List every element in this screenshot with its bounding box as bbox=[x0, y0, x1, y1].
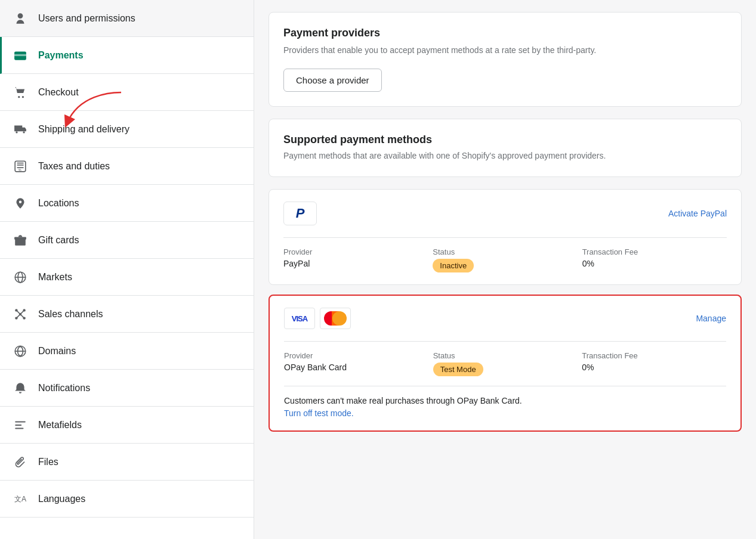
paypal-logo: P bbox=[283, 202, 317, 225]
paypal-status-label: Status bbox=[433, 247, 577, 256]
supported-methods-title: Supported payment methods bbox=[283, 134, 727, 146]
globe2-icon bbox=[12, 343, 29, 360]
sidebar-item-languages[interactable]: 文A Languages bbox=[0, 481, 254, 518]
sidebar-item-payments[interactable]: Payments bbox=[0, 37, 254, 74]
sidebar-label-notifications: Notifications bbox=[38, 383, 90, 394]
nodes-icon bbox=[12, 306, 29, 323]
sidebar-item-taxes[interactable]: % Taxes and duties bbox=[0, 148, 254, 185]
translate-icon: 文A bbox=[12, 491, 29, 507]
sidebar-item-users-permissions[interactable]: Users and permissions bbox=[0, 0, 254, 37]
sidebar: Users and permissions Payments Checkout … bbox=[0, 0, 254, 539]
paypal-fee-value: 0% bbox=[582, 259, 727, 268]
svg-line-24 bbox=[20, 314, 24, 318]
sidebar-item-sales-channels[interactable]: Sales channels bbox=[0, 296, 254, 333]
svg-rect-11 bbox=[15, 238, 26, 245]
paypal-card-header: P Activate PayPal bbox=[283, 202, 727, 225]
opay-card: VISA Manage Provider OPay Bank Card Stat… bbox=[269, 295, 742, 432]
sidebar-label-taxes: Taxes and duties bbox=[38, 161, 110, 172]
manage-opay-link[interactable]: Manage bbox=[696, 314, 726, 323]
truck-icon bbox=[12, 121, 29, 138]
svg-line-21 bbox=[16, 310, 20, 314]
svg-line-22 bbox=[20, 310, 24, 314]
bell-icon bbox=[12, 380, 29, 396]
opay-provider-label: Provider bbox=[284, 351, 428, 360]
svg-rect-28 bbox=[15, 424, 21, 425]
opay-warning-section: Customers can't make real purchases thro… bbox=[284, 386, 726, 419]
svg-text:文A: 文A bbox=[14, 495, 27, 503]
paypal-fee-label: Transaction Fee bbox=[582, 247, 727, 256]
tax-icon: % bbox=[12, 158, 29, 175]
opay-status-badge: Test Mode bbox=[433, 363, 578, 376]
sidebar-item-domains[interactable]: Domains bbox=[0, 333, 254, 370]
sidebar-item-checkout[interactable]: Checkout bbox=[0, 74, 254, 111]
mc-orange-circle bbox=[332, 311, 347, 326]
opay-fee-label: Transaction Fee bbox=[582, 351, 726, 360]
sidebar-label-payments: Payments bbox=[38, 50, 84, 61]
svg-point-4 bbox=[16, 131, 17, 133]
paypal-inactive-badge: Inactive bbox=[433, 259, 474, 272]
sidebar-item-gift-cards[interactable]: Gift cards bbox=[0, 222, 254, 259]
sidebar-label-users-permissions: Users and permissions bbox=[38, 13, 135, 24]
svg-rect-12 bbox=[14, 237, 26, 239]
svg-rect-1 bbox=[14, 54, 26, 55]
payment-providers-desc: Providers that enable you to accept paym… bbox=[283, 44, 727, 57]
metafields-icon bbox=[12, 417, 29, 433]
opay-details: Provider OPay Bank Card Status Test Mode… bbox=[284, 341, 726, 376]
turn-off-test-mode-link[interactable]: Turn off test mode. bbox=[284, 408, 354, 418]
sidebar-label-sales-channels: Sales channels bbox=[38, 309, 103, 320]
svg-point-2 bbox=[18, 96, 20, 98]
sidebar-label-shipping: Shipping and delivery bbox=[38, 124, 129, 135]
sidebar-item-files[interactable]: Files bbox=[0, 444, 254, 481]
opay-provider-col: Provider OPay Bank Card bbox=[284, 351, 428, 376]
opay-warning-text: Customers can't make real purchases thro… bbox=[284, 396, 726, 405]
cart-icon bbox=[12, 84, 29, 101]
svg-line-23 bbox=[16, 314, 20, 318]
globe-icon bbox=[12, 269, 29, 286]
opay-status-label: Status bbox=[433, 351, 578, 360]
sidebar-label-domains: Domains bbox=[38, 346, 76, 357]
paypal-provider-col: Provider PayPal bbox=[283, 247, 428, 272]
paypal-logos: P bbox=[283, 202, 317, 225]
paypal-status-badge: Inactive bbox=[433, 259, 577, 272]
opay-status-col: Status Test Mode bbox=[433, 351, 578, 376]
svg-text:%: % bbox=[18, 168, 21, 171]
svg-point-3 bbox=[22, 96, 24, 98]
sidebar-item-metafields[interactable]: Metafields bbox=[0, 407, 254, 444]
gift-icon bbox=[12, 232, 29, 249]
svg-rect-29 bbox=[15, 428, 23, 429]
supported-methods-desc: Payment methods that are available with … bbox=[283, 150, 727, 162]
pin-icon bbox=[12, 195, 29, 212]
sidebar-label-checkout: Checkout bbox=[38, 87, 79, 98]
sidebar-label-languages: Languages bbox=[38, 494, 85, 504]
svg-rect-27 bbox=[15, 421, 26, 422]
opay-fee-value: 0% bbox=[582, 363, 726, 372]
paypal-provider-label: Provider bbox=[283, 247, 428, 256]
sidebar-label-locations: Locations bbox=[38, 198, 79, 209]
mastercard-logo bbox=[320, 308, 351, 329]
visa-logo: VISA bbox=[284, 308, 315, 329]
paypal-details: Provider PayPal Status Inactive Transact… bbox=[283, 237, 727, 272]
payment-providers-card: Payment providers Providers that enable … bbox=[269, 12, 742, 107]
supported-methods-card: Supported payment methods Payment method… bbox=[269, 119, 742, 177]
sidebar-item-markets[interactable]: Markets bbox=[0, 259, 254, 296]
paperclip-icon bbox=[12, 454, 29, 470]
sidebar-item-notifications[interactable]: Notifications bbox=[0, 370, 254, 407]
activate-paypal-link[interactable]: Activate PayPal bbox=[668, 209, 727, 218]
svg-point-5 bbox=[23, 131, 24, 133]
opay-test-badge: Test Mode bbox=[433, 363, 483, 376]
opay-fee-col: Transaction Fee 0% bbox=[582, 351, 726, 376]
sidebar-label-markets: Markets bbox=[38, 272, 72, 283]
sidebar-label-files: Files bbox=[38, 457, 58, 467]
sidebar-label-gift-cards: Gift cards bbox=[38, 235, 79, 246]
choose-provider-button[interactable]: Choose a provider bbox=[283, 69, 382, 92]
credit-card-icon bbox=[12, 47, 29, 64]
paypal-status-col: Status Inactive bbox=[433, 247, 577, 272]
opay-provider-value: OPay Bank Card bbox=[284, 363, 428, 372]
paypal-provider-value: PayPal bbox=[283, 259, 428, 268]
sidebar-item-locations[interactable]: Locations bbox=[0, 185, 254, 222]
opay-card-header: VISA Manage bbox=[284, 308, 726, 329]
sidebar-item-shipping[interactable]: Shipping and delivery bbox=[0, 111, 254, 148]
person-icon bbox=[12, 10, 29, 27]
paypal-fee-col: Transaction Fee 0% bbox=[582, 247, 727, 272]
paypal-p-icon: P bbox=[296, 206, 305, 221]
